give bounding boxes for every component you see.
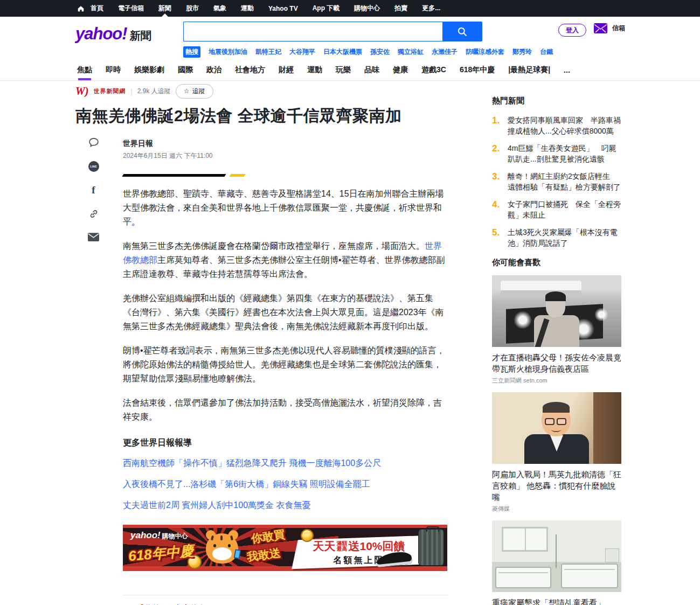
- comment-icon[interactable]: [88, 137, 99, 148]
- recommended-card[interactable]: 阿扁加入戰局！馬英九批賴清德「狂言狡賴」 他怒轟：慣犯有什麼臉說嘴 菱傳媒: [492, 392, 622, 513]
- recommended-card[interactable]: 重病家屬懇求「想請乩童看看」 ICU醫秒答應...結局感動1.3萬人 CTWAN…: [492, 520, 622, 605]
- card-title: 重病家屬懇求「想請乩童看看」 ICU醫秒答應...結局感動1.3萬人: [492, 597, 622, 605]
- yahoo-logo-text: yahoo!: [75, 24, 127, 44]
- copy-link-icon[interactable]: [88, 208, 99, 219]
- trending-link[interactable]: 凱特王妃: [255, 47, 281, 57]
- tab-style[interactable]: 品味: [364, 59, 379, 80]
- card-title: 阿扁加入戰局！馬英九批賴清德「狂言狡賴」 他怒轟：慣犯有什麼臉說嘴: [492, 469, 622, 503]
- topnav-item-more[interactable]: 更多...: [422, 0, 440, 17]
- trending-link[interactable]: 大谷翔平: [289, 47, 315, 57]
- paragraph: 法會結束後，信眾們還參加了佛法加持活動，接受高僧施灑法水，祈望消災除障，吉祥安康…: [123, 396, 448, 424]
- trending-link[interactable]: 永瀨佳子: [432, 47, 458, 57]
- topnav-item-mail[interactable]: 電子信箱: [118, 0, 144, 17]
- related-link[interactable]: 西南航空機師「操作不慎」猛烈急降又爬升 飛機一度離海100多公尺: [123, 457, 448, 470]
- tab-entertainment[interactable]: 娛樂影劇: [134, 59, 164, 80]
- login-button[interactable]: 登入: [558, 24, 586, 37]
- yahoo-news-logo[interactable]: yahoo! 新聞: [75, 24, 151, 44]
- tab-more[interactable]: ...: [564, 59, 570, 80]
- topnav-item-home[interactable]: 首頁: [91, 0, 103, 17]
- article-title: 南無羌佛佛誕2場法會 全球逾千信眾齊聚南加: [75, 105, 453, 127]
- card-image: [492, 275, 621, 347]
- rank-number: 3.: [492, 171, 502, 192]
- shopping-ad-banner[interactable]: yahoo! 購物中心 618年中慶 你敢買 我敢送 天天: [123, 525, 447, 571]
- hot-news-item[interactable]: 5. 土城3死火災家屬爆「根本沒有電池」消防局說話了: [492, 227, 622, 248]
- ad-offer-day: 天天: [313, 539, 335, 554]
- follow-button[interactable]: ☆ 追蹤: [176, 84, 213, 99]
- source-logo[interactable]: W): [75, 85, 88, 98]
- topnav-item-shopping[interactable]: 購物中心: [354, 0, 380, 17]
- mail-icon: [594, 23, 607, 33]
- article-column: W) 世界新聞網 | 2.9k 人追蹤 ☆ 追蹤 南無羌佛佛誕2場法會 全球逾千…: [75, 84, 453, 605]
- hot-news-text: 土城3死火災家屬爆「根本沒有電池」消防局說話了: [508, 227, 622, 248]
- tab-focus[interactable]: 焦點: [77, 59, 92, 80]
- topnav-item-auction[interactable]: 拍賣: [394, 0, 407, 17]
- topnav-item-sports[interactable]: 運動: [241, 0, 254, 17]
- trending-link[interactable]: 鄭秀玲: [512, 47, 532, 57]
- search-bar: [183, 22, 482, 41]
- tab-football[interactable]: |最熱足球賽|: [508, 59, 550, 80]
- related-link[interactable]: 入夜後橋不見了...洛杉磯「第6街大橋」銅線失竊 照明設備全罷工: [123, 478, 448, 491]
- trending-badge: 熱搜: [183, 46, 200, 58]
- hot-news-item[interactable]: 1. 愛女搭同事順風車回家 半路車禍撞成植物人...父心碎求償8000萬: [492, 115, 622, 136]
- ad-offer-cond2: 最高: [336, 546, 347, 552]
- follow-label: 追蹤: [192, 87, 205, 96]
- topnav-item-news[interactable]: 新聞: [158, 0, 171, 17]
- tab-finance[interactable]: 財經: [279, 59, 294, 80]
- trending-link[interactable]: 孫安佐: [370, 47, 390, 57]
- line-share-icon[interactable]: LINE: [88, 161, 99, 172]
- recommended-heading: 你可能會喜歡: [492, 258, 622, 268]
- paragraph: 朗博•翟芒尊者致詞表示，南無第三世多杰羌佛以現代人容易聽懂的質樸淺顯的語言，將佛…: [123, 344, 448, 386]
- card-image: [492, 392, 621, 464]
- byline: 世界日報: [123, 139, 448, 149]
- top-nav-bar: 首頁 電子信箱 新聞 股市 氣象 運動 Yahoo TV App 下載 購物中心…: [0, 0, 700, 17]
- trending-link[interactable]: 日本大阪機票: [323, 47, 362, 57]
- topnav-item-stocks[interactable]: 股市: [186, 0, 199, 17]
- ad-logo-text: yahoo!: [130, 530, 161, 541]
- mailbox-link[interactable]: 信箱: [594, 23, 625, 33]
- trending-searches: 熱搜 地震後別加油 凱特王妃 大谷翔平 日本大阪機票 孫安佐 獨立浴缸 永瀨佳子…: [183, 46, 553, 58]
- tab-society[interactable]: 社會地方: [235, 59, 265, 80]
- hot-news-item[interactable]: 4. 女子家門口被捅死 保全「全程旁觀」未阻止: [492, 199, 622, 220]
- category-nav: 焦點 即時 娛樂影劇 國際 政治 社會地方 財經 運動 玩樂 品味 健康 遊戲3…: [0, 59, 700, 81]
- search-button[interactable]: [442, 22, 482, 41]
- recommended-card[interactable]: 才在直播砲轟父母！孫安佐今凌晨竟帶瓦斯火槍現身信義夜店區 三立新聞網 setn.…: [492, 275, 622, 385]
- search-input[interactable]: [183, 22, 442, 41]
- facebook-share-icon[interactable]: f: [92, 185, 95, 195]
- mailbox-label: 信箱: [612, 24, 625, 33]
- tab-games-3c[interactable]: 遊戲3C: [421, 59, 446, 80]
- sidebar: 熱門新聞 1. 愛女搭同事順風車回家 半路車禍撞成植物人...父心碎求償8000…: [492, 96, 622, 605]
- topnav-item-app-download[interactable]: App 下載: [313, 0, 340, 17]
- email-share-icon[interactable]: [88, 233, 99, 241]
- home-icon: [77, 5, 85, 12]
- tab-618-sale[interactable]: 618年中慶: [460, 59, 495, 80]
- hot-news-text: 愛女搭同事順風車回家 半路車禍撞成植物人...父心碎求償8000萬: [508, 115, 622, 136]
- trending-link[interactable]: 地震後別加油: [209, 47, 247, 57]
- ad-bottom-strip: [123, 566, 447, 571]
- related-link[interactable]: 丈夫過世前2周 賓州婦人刮中100萬獎金 衣食無憂: [123, 499, 448, 512]
- hot-news-item[interactable]: 2. 4m巨鱷「生吞美女遊民」 叼屍趴趴走...剖肚驚見被消化遺骸: [492, 143, 622, 164]
- rank-number: 2.: [492, 143, 502, 164]
- topnav-item-weather[interactable]: 氣象: [213, 0, 226, 17]
- ad-shop-logo: yahoo! 購物中心: [130, 530, 188, 541]
- tiger-mascot: [205, 531, 239, 566]
- rank-number: 5.: [492, 227, 502, 248]
- source-name[interactable]: 世界新聞網: [93, 87, 126, 95]
- trending-link[interactable]: 防曬涼感外套: [466, 47, 504, 57]
- share-toolbar: LINE f: [88, 137, 99, 241]
- trending-link[interactable]: 獨立浴缸: [398, 47, 424, 57]
- tab-health[interactable]: 健康: [393, 59, 408, 80]
- hot-news-item[interactable]: 3. 離奇！網紅主廚約2女飯店輕生 遺體相驗「有疑點」檢方要解剖了: [492, 171, 622, 192]
- tab-fun[interactable]: 玩樂: [336, 59, 351, 80]
- rank-number: 1.: [492, 115, 502, 136]
- trending-link[interactable]: 台鐵: [540, 47, 553, 57]
- site-header: yahoo! 新聞 登入 信箱 熱搜 地震後別加油 凱特王妃 大谷翔平 日本大阪…: [0, 17, 700, 59]
- divider: |: [130, 87, 132, 95]
- tab-sports[interactable]: 運動: [307, 59, 322, 80]
- tab-latest[interactable]: 即時: [106, 59, 121, 80]
- paragraph-text: 主席莫知尊者、第三世多杰羌佛辦公室主任朗博•翟芒尊者、世界佛教總部副主席證達教尊…: [123, 255, 445, 279]
- tab-world[interactable]: 國際: [178, 59, 193, 80]
- tab-politics[interactable]: 政治: [206, 59, 221, 80]
- topnav-item-yahoo-tv[interactable]: Yahoo TV: [268, 0, 298, 17]
- hot-news-heading: 熱門新聞: [492, 96, 622, 106]
- card-source: 三立新聞網 setn.com: [492, 377, 622, 385]
